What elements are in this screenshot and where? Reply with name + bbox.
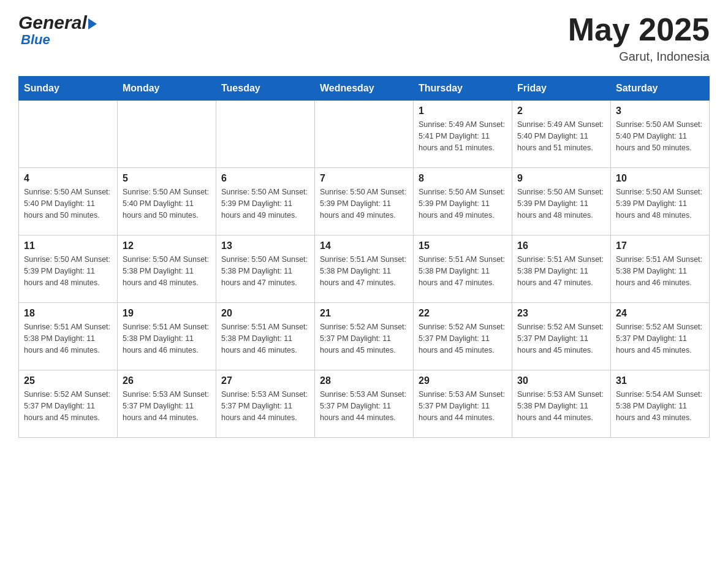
day-number: 9 bbox=[517, 173, 605, 184]
day-info: Sunrise: 5:50 AM Sunset: 5:39 PM Dayligh… bbox=[419, 186, 507, 221]
day-number: 15 bbox=[419, 240, 507, 251]
day-info: Sunrise: 5:51 AM Sunset: 5:38 PM Dayligh… bbox=[419, 254, 507, 288]
day-number: 3 bbox=[616, 105, 704, 117]
day-number: 26 bbox=[123, 375, 211, 386]
day-info: Sunrise: 5:52 AM Sunset: 5:37 PM Dayligh… bbox=[320, 321, 408, 356]
day-info: Sunrise: 5:50 AM Sunset: 5:39 PM Dayligh… bbox=[221, 186, 309, 221]
location-subtitle: Garut, Indonesia bbox=[568, 50, 710, 64]
table-row: 11Sunrise: 5:50 AM Sunset: 5:39 PM Dayli… bbox=[19, 236, 118, 303]
day-number: 7 bbox=[320, 173, 408, 184]
day-info: Sunrise: 5:53 AM Sunset: 5:37 PM Dayligh… bbox=[123, 389, 211, 423]
calendar-week-row: 4Sunrise: 5:50 AM Sunset: 5:40 PM Daylig… bbox=[19, 168, 710, 236]
table-row: 17Sunrise: 5:51 AM Sunset: 5:38 PM Dayli… bbox=[611, 236, 710, 303]
day-number: 28 bbox=[320, 375, 408, 386]
day-info: Sunrise: 5:53 AM Sunset: 5:37 PM Dayligh… bbox=[221, 389, 309, 423]
day-number: 8 bbox=[419, 173, 507, 184]
table-row: 15Sunrise: 5:51 AM Sunset: 5:38 PM Dayli… bbox=[414, 236, 512, 303]
day-number: 16 bbox=[517, 240, 605, 251]
table-row: 9Sunrise: 5:50 AM Sunset: 5:39 PM Daylig… bbox=[512, 168, 611, 236]
col-tuesday: Tuesday bbox=[216, 77, 315, 101]
table-row: 16Sunrise: 5:51 AM Sunset: 5:38 PM Dayli… bbox=[512, 236, 611, 303]
table-row: 4Sunrise: 5:50 AM Sunset: 5:40 PM Daylig… bbox=[19, 168, 118, 236]
table-row: 20Sunrise: 5:51 AM Sunset: 5:38 PM Dayli… bbox=[216, 303, 315, 370]
day-info: Sunrise: 5:51 AM Sunset: 5:38 PM Dayligh… bbox=[24, 321, 112, 356]
logo-text-g: G bbox=[18, 12, 32, 33]
table-row: 22Sunrise: 5:52 AM Sunset: 5:37 PM Dayli… bbox=[414, 303, 512, 370]
table-row: 31Sunrise: 5:54 AM Sunset: 5:38 PM Dayli… bbox=[611, 370, 710, 438]
day-info: Sunrise: 5:50 AM Sunset: 5:39 PM Dayligh… bbox=[616, 186, 704, 221]
day-number: 22 bbox=[419, 308, 507, 319]
table-row: 6Sunrise: 5:50 AM Sunset: 5:39 PM Daylig… bbox=[216, 168, 315, 236]
day-number: 19 bbox=[123, 308, 211, 319]
day-number: 24 bbox=[616, 308, 704, 319]
col-sunday: Sunday bbox=[19, 77, 118, 101]
day-info: Sunrise: 5:50 AM Sunset: 5:40 PM Dayligh… bbox=[123, 186, 211, 221]
table-row bbox=[216, 101, 315, 168]
day-info: Sunrise: 5:51 AM Sunset: 5:38 PM Dayligh… bbox=[320, 254, 408, 288]
day-number: 20 bbox=[221, 308, 309, 319]
table-row: 25Sunrise: 5:52 AM Sunset: 5:37 PM Dayli… bbox=[19, 370, 118, 438]
day-info: Sunrise: 5:50 AM Sunset: 5:40 PM Dayligh… bbox=[616, 119, 704, 153]
day-info: Sunrise: 5:51 AM Sunset: 5:38 PM Dayligh… bbox=[123, 321, 211, 356]
day-info: Sunrise: 5:53 AM Sunset: 5:38 PM Dayligh… bbox=[517, 389, 605, 423]
calendar-week-row: 25Sunrise: 5:52 AM Sunset: 5:37 PM Dayli… bbox=[19, 370, 710, 438]
day-info: Sunrise: 5:53 AM Sunset: 5:37 PM Dayligh… bbox=[419, 389, 507, 423]
logo-text-eneral: eneral bbox=[32, 12, 86, 33]
day-info: Sunrise: 5:50 AM Sunset: 5:39 PM Dayligh… bbox=[320, 186, 408, 221]
calendar-week-row: 18Sunrise: 5:51 AM Sunset: 5:38 PM Dayli… bbox=[19, 303, 710, 370]
table-row: 1Sunrise: 5:49 AM Sunset: 5:41 PM Daylig… bbox=[414, 101, 512, 168]
day-info: Sunrise: 5:49 AM Sunset: 5:40 PM Dayligh… bbox=[517, 119, 605, 153]
table-row: 30Sunrise: 5:53 AM Sunset: 5:38 PM Dayli… bbox=[512, 370, 611, 438]
calendar-table: Sunday Monday Tuesday Wednesday Thursday… bbox=[18, 76, 710, 438]
day-info: Sunrise: 5:50 AM Sunset: 5:39 PM Dayligh… bbox=[517, 186, 605, 221]
day-info: Sunrise: 5:54 AM Sunset: 5:38 PM Dayligh… bbox=[616, 389, 704, 423]
day-info: Sunrise: 5:50 AM Sunset: 5:39 PM Dayligh… bbox=[24, 254, 112, 288]
day-number: 21 bbox=[320, 308, 408, 319]
day-info: Sunrise: 5:51 AM Sunset: 5:38 PM Dayligh… bbox=[221, 321, 309, 356]
day-number: 14 bbox=[320, 240, 408, 251]
col-saturday: Saturday bbox=[611, 77, 710, 101]
day-info: Sunrise: 5:50 AM Sunset: 5:38 PM Dayligh… bbox=[221, 254, 309, 288]
month-year-title: May 2025 bbox=[568, 12, 710, 47]
day-number: 4 bbox=[24, 173, 112, 184]
day-number: 31 bbox=[616, 375, 704, 386]
table-row: 2Sunrise: 5:49 AM Sunset: 5:40 PM Daylig… bbox=[512, 101, 611, 168]
table-row: 7Sunrise: 5:50 AM Sunset: 5:39 PM Daylig… bbox=[315, 168, 414, 236]
logo-text-blue: Blue bbox=[21, 32, 97, 48]
day-number: 29 bbox=[419, 375, 507, 386]
day-number: 1 bbox=[419, 105, 507, 117]
day-number: 13 bbox=[221, 240, 309, 251]
day-info: Sunrise: 5:50 AM Sunset: 5:38 PM Dayligh… bbox=[123, 254, 211, 288]
day-number: 27 bbox=[221, 375, 309, 386]
table-row: 24Sunrise: 5:52 AM Sunset: 5:37 PM Dayli… bbox=[611, 303, 710, 370]
table-row: 8Sunrise: 5:50 AM Sunset: 5:39 PM Daylig… bbox=[414, 168, 512, 236]
day-number: 30 bbox=[517, 375, 605, 386]
table-row: 23Sunrise: 5:52 AM Sunset: 5:37 PM Dayli… bbox=[512, 303, 611, 370]
table-row: 5Sunrise: 5:50 AM Sunset: 5:40 PM Daylig… bbox=[118, 168, 216, 236]
day-info: Sunrise: 5:50 AM Sunset: 5:40 PM Dayligh… bbox=[24, 186, 112, 221]
day-number: 6 bbox=[221, 173, 309, 184]
title-block: May 2025 Garut, Indonesia bbox=[568, 12, 710, 64]
table-row: 19Sunrise: 5:51 AM Sunset: 5:38 PM Dayli… bbox=[118, 303, 216, 370]
col-friday: Friday bbox=[512, 77, 611, 101]
table-row: 28Sunrise: 5:53 AM Sunset: 5:37 PM Dayli… bbox=[315, 370, 414, 438]
day-info: Sunrise: 5:51 AM Sunset: 5:38 PM Dayligh… bbox=[616, 254, 704, 288]
calendar-header-row: Sunday Monday Tuesday Wednesday Thursday… bbox=[19, 77, 710, 101]
col-wednesday: Wednesday bbox=[315, 77, 414, 101]
day-number: 18 bbox=[24, 308, 112, 319]
table-row: 13Sunrise: 5:50 AM Sunset: 5:38 PM Dayli… bbox=[216, 236, 315, 303]
table-row: 3Sunrise: 5:50 AM Sunset: 5:40 PM Daylig… bbox=[611, 101, 710, 168]
table-row: 12Sunrise: 5:50 AM Sunset: 5:38 PM Dayli… bbox=[118, 236, 216, 303]
logo: G eneral Blue bbox=[18, 12, 97, 48]
col-monday: Monday bbox=[118, 77, 216, 101]
table-row: 10Sunrise: 5:50 AM Sunset: 5:39 PM Dayli… bbox=[611, 168, 710, 236]
day-info: Sunrise: 5:52 AM Sunset: 5:37 PM Dayligh… bbox=[517, 321, 605, 356]
col-thursday: Thursday bbox=[414, 77, 512, 101]
day-info: Sunrise: 5:52 AM Sunset: 5:37 PM Dayligh… bbox=[24, 389, 112, 423]
day-number: 2 bbox=[517, 105, 605, 117]
table-row bbox=[118, 101, 216, 168]
logo-triangle-icon bbox=[88, 18, 97, 29]
day-number: 23 bbox=[517, 308, 605, 319]
day-info: Sunrise: 5:52 AM Sunset: 5:37 PM Dayligh… bbox=[616, 321, 704, 356]
table-row: 26Sunrise: 5:53 AM Sunset: 5:37 PM Dayli… bbox=[118, 370, 216, 438]
